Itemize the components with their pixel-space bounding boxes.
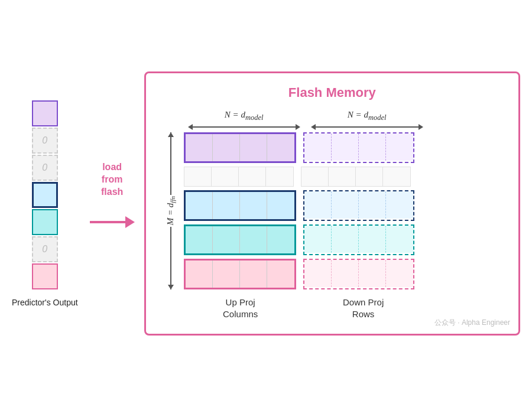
dashed-cell-blue-1 [304,191,332,219]
load-arrow [90,216,135,228]
predictor-section: 0 0 0 Predictor's Output [12,100,78,307]
dashed-cell-blue-2 [332,191,359,219]
empty-group-right [301,167,411,187]
predictor-label: Predictor's Output [12,298,78,307]
cell-purple-4 [267,134,294,161]
watermark: 公众号 · Alpha Engineer [434,318,510,328]
load-section: loadfromflash [90,179,135,227]
empty-row [184,167,293,186]
cell-pink-2 [213,261,240,288]
dashed-pink-row [304,260,413,288]
dashed-cell-blue-3 [359,191,386,219]
pred-cell-empty1: 0 [32,128,58,154]
solid-pink-row [186,261,294,288]
vert-arrow-bottom [170,227,171,289]
solid-teal-group [184,224,296,255]
arrow-line [90,221,125,223]
dim-arrow-left [188,124,300,130]
solid-teal-row [186,226,294,253]
cell-blue-3 [240,192,267,219]
pred-cell-empty2: 0 [32,155,58,181]
pred-cell-purple [32,100,58,126]
cell-blue-4 [267,192,294,219]
empty-cell-3 [239,167,266,186]
load-label: loadfromflash [101,161,123,198]
cell-purple-3 [240,134,267,161]
solid-blue-row [186,192,294,219]
col-label-right: Down ProjRows [306,297,421,320]
dashed-teal-group [303,224,414,255]
cell-pink-3 [240,261,267,288]
dim-text-left: N = dmodel [225,110,264,122]
dashed-cell-teal-2 [332,226,359,253]
grid-row-pink [184,259,414,289]
predictor-column: 0 0 0 [32,100,58,289]
empty-cell-r4 [383,167,410,186]
cell-blue-2 [213,192,240,219]
cell-purple-2 [213,134,240,161]
dashed-cell-teal-1 [304,226,332,253]
dim-arrow-right [311,124,423,130]
empty-cell-r1 [301,167,329,186]
dashed-cell-teal-3 [359,226,386,253]
flash-box: Flash Memory N = dmodel N = dmodel [144,71,520,336]
vertical-label-text: M = dffn [166,196,176,225]
cell-pink-4 [267,261,294,288]
arrow-head [125,216,135,228]
cell-teal-2 [213,226,240,253]
solid-purple-group [184,132,296,163]
grid-row-blue [184,190,414,221]
pred-cell-pink [32,263,58,289]
dashed-cell-purple-2 [332,134,359,161]
dashed-cell-purple-3 [359,134,386,161]
cell-blue-1 [186,192,213,219]
dim-label-right: N = dmodel [306,110,429,130]
pred-cell-empty3: 0 [32,236,58,262]
dim-text-right: N = dmodel [348,110,387,122]
empty-cell-2 [212,167,239,186]
cell-teal-4 [267,226,294,253]
dashed-cell-teal-4 [386,226,413,253]
dashed-teal-row [304,226,413,254]
solid-pink-group [184,259,296,289]
dashed-cell-purple-4 [386,134,413,161]
dashed-purple-row [304,134,413,162]
dashed-cell-pink-4 [386,260,413,287]
solid-purple-row [186,134,294,161]
empty-group-left [184,167,294,187]
solid-blue-group [184,190,296,221]
grid-row-purple [184,132,414,163]
empty-cell-1 [184,167,212,186]
empty-cell-4 [266,167,293,186]
grid-row-teal [184,224,414,255]
dashed-cell-pink-1 [304,260,332,287]
main-container: 0 0 0 Predictor's Output loadfromflash F… [12,12,520,396]
dashed-cell-blue-4 [386,191,413,219]
col-labels: Up ProjColumns Down ProjRows [183,297,504,320]
dim-label-left: N = dmodel [183,110,306,130]
dashed-blue-row [304,191,413,220]
flash-title: Flash Memory [160,85,504,100]
dashed-cell-pink-3 [359,260,386,287]
vertical-label: M = dffn [160,132,181,289]
col-label-left: Up ProjColumns [183,297,299,320]
dashed-cell-purple-1 [304,134,332,161]
cell-teal-3 [240,226,267,253]
pred-cell-teal [32,209,58,235]
cell-pink-1 [186,261,213,288]
vert-arrow-top [170,132,171,195]
dashed-blue-group [303,190,414,221]
empty-row-right [301,167,410,186]
dim-labels-row: N = dmodel N = dmodel [183,110,504,130]
empty-cell-r2 [329,167,356,186]
grid-row-empty [184,167,414,187]
grid-area: M = dffn [160,132,504,289]
dashed-cell-pink-2 [332,260,359,287]
dashed-purple-group [303,132,414,163]
cell-teal-1 [186,226,213,253]
pred-cell-blue [32,182,58,208]
dashed-pink-group [303,259,414,289]
grids-wrapper [184,132,414,289]
cell-purple-1 [186,134,213,161]
empty-cell-r3 [356,167,383,186]
